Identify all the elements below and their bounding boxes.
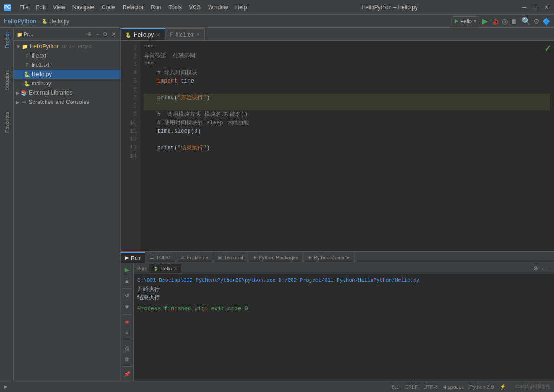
root-folder-icon: 📁 <box>21 43 29 50</box>
run-output-minimize[interactable]: ─ <box>542 264 551 273</box>
menu-file[interactable]: File <box>17 3 31 12</box>
file-txt-label: file.txt <box>32 52 46 59</box>
status-run-icon[interactable]: ▶ <box>4 384 7 390</box>
editor-area: 🐍 Hello.py ✕ F file1.txt ✕ ✓ 1234 5678 9… <box>121 28 554 381</box>
project-tool-close[interactable]: ✕ <box>110 31 117 38</box>
minimize-button[interactable]: ─ <box>521 4 528 11</box>
run-output-line1: 开始执行 <box>137 285 550 294</box>
tab-file1-close[interactable]: ✕ <box>196 32 200 37</box>
main-py-icon: 🐍 <box>23 80 31 87</box>
tree-external-libraries[interactable]: ▶ 📚 External Libraries <box>14 88 120 97</box>
breadcrumb-bar: HelloPython › 🐍 Hello.py ▶ Hello ▾ ▶ 🐞 ◎… <box>0 15 554 28</box>
bottom-tab-terminal[interactable]: ▣ Terminal <box>213 252 248 263</box>
breadcrumb-file[interactable]: Hello.py <box>49 18 69 25</box>
menu-tools[interactable]: Tools <box>166 3 184 12</box>
run-config-tab-close[interactable]: ✕ <box>174 266 177 271</box>
status-encoding[interactable]: UTF-8 <box>424 384 438 390</box>
tab-hello-close[interactable]: ✕ <box>156 32 160 38</box>
file1-txt-label: file1.txt <box>32 62 49 68</box>
search-button[interactable]: 🔍 <box>521 17 531 26</box>
status-csdn-text: CSDN@韩瞳亮 <box>515 383 550 390</box>
run-clear-button[interactable]: 🗑 <box>123 355 132 364</box>
navigation-icons: ▶ Hello ▾ ▶ 🐞 ◎ ⏹ 🔍 ⚙ 🔷 <box>451 16 550 26</box>
terminal-tab-label: Terminal <box>224 255 243 260</box>
pyconsole-tab-label: Python Console <box>313 255 350 260</box>
menu-code[interactable]: Code <box>99 3 118 12</box>
pypackages-tab-icon: ◈ <box>253 255 257 260</box>
sidebar-tab-structure[interactable]: Structure <box>3 67 11 93</box>
bottom-tab-problems[interactable]: ⚠ Problems <box>176 252 213 263</box>
code-line-6 <box>144 85 550 94</box>
status-line-ending[interactable]: CRLF <box>404 384 418 390</box>
run-scroll-up[interactable]: ▲ <box>123 276 132 285</box>
app-icon: PC <box>4 4 11 11</box>
run-stop-button[interactable]: ■ <box>123 317 132 326</box>
menu-vcs[interactable]: VCS <box>186 3 203 12</box>
run-output-settings[interactable]: ⚙ <box>531 264 540 273</box>
project-tool-locate[interactable]: ⊕ <box>86 31 93 38</box>
root-arrow: ▼ <box>16 44 20 49</box>
menu-run[interactable]: Run <box>148 3 164 12</box>
tab-hello-py[interactable]: 🐍 Hello.py ✕ <box>121 28 165 40</box>
sidebar-tab-project[interactable]: Project <box>3 30 11 51</box>
bottom-tab-run[interactable]: ▶ Run <box>121 252 145 263</box>
project-folder-icon: 📁 <box>17 32 22 37</box>
check-mark: ✓ <box>544 44 551 54</box>
code-editor[interactable]: 1234 5678 9101112 1314 """ 异常传递 代码示例 """… <box>121 41 554 251</box>
menu-navigate[interactable]: Navigate <box>70 3 97 12</box>
lens-button[interactable]: 🔷 <box>542 18 550 25</box>
menu-help[interactable]: Help <box>233 3 250 12</box>
status-bar: ▶ 6:1 CRLF UTF-8 4 spaces Python 3.9 ⚡ C… <box>0 381 554 392</box>
tree-file-txt[interactable]: F file.txt <box>14 51 120 60</box>
hello-py-icon: 🐍 <box>23 71 31 78</box>
menu-view[interactable]: View <box>50 3 68 12</box>
run-pin-button[interactable]: 📌 <box>123 370 132 379</box>
bottom-tab-python-packages[interactable]: ◈ Python Packages <box>248 252 304 263</box>
code-content[interactable]: """ 异常传递 代码示例 """ # 导入时间模块 import time p… <box>140 41 554 251</box>
run-filter-button[interactable]: ≡ <box>123 329 132 338</box>
status-position[interactable]: 6:1 <box>392 384 399 390</box>
stop-button[interactable]: ⏹ <box>510 18 517 25</box>
run-config[interactable]: ▶ Hello ▾ <box>451 16 479 26</box>
run-header-left: Run: 🍃 Hello ✕ <box>137 264 181 273</box>
bottom-tab-python-console[interactable]: ◈ Python Console <box>303 252 355 263</box>
run-scroll-down[interactable]: ▼ <box>123 302 132 311</box>
project-tool-settings[interactable]: ⚙ <box>101 31 109 38</box>
window-controls: ─ □ ✕ <box>521 4 550 11</box>
status-indent[interactable]: 4 spaces <box>443 384 464 390</box>
maximize-button[interactable]: □ <box>532 4 539 11</box>
menu-refactor[interactable]: Refactor <box>120 3 146 12</box>
main-py-label: main.py <box>32 80 51 87</box>
tree-file1-txt[interactable]: F file1.txt <box>14 60 120 70</box>
todo-tab-icon: ☰ <box>150 255 154 260</box>
todo-tab-label: TODO <box>156 255 171 260</box>
settings-button[interactable]: ⚙ <box>534 18 540 25</box>
pypackages-tab-label: Python Packages <box>259 255 299 260</box>
project-tool-collapse[interactable]: − <box>94 31 100 38</box>
menu-edit[interactable]: Edit <box>33 3 48 12</box>
run-print-button[interactable]: 🖨 <box>123 344 132 353</box>
coverage-button[interactable]: ◎ <box>502 18 508 25</box>
code-line-10: # 使用时间模块的 sleep 休眠功能 <box>144 119 550 127</box>
run-rerun-button[interactable]: ↺ <box>123 291 132 300</box>
menu-window[interactable]: Window <box>205 3 231 12</box>
bottom-tab-todo[interactable]: ☰ TODO <box>145 252 176 263</box>
tree-hello-py[interactable]: 🐍 Hello.py <box>14 70 120 79</box>
code-line-2: 异常传递 代码示例 <box>144 52 550 60</box>
run-config-tab[interactable]: 🍃 Hello ✕ <box>149 264 181 273</box>
tree-main-py[interactable]: 🐍 main.py <box>14 79 120 88</box>
run-config-dropdown[interactable]: ▾ <box>474 19 476 24</box>
run-output-area: Run: 🍃 Hello ✕ ⚙ ─ <box>134 263 554 381</box>
tab-file1-txt[interactable]: F file1.txt ✕ <box>165 28 205 40</box>
breadcrumb-project[interactable]: HelloPython <box>4 18 36 25</box>
run-play-button[interactable]: ▶ <box>123 265 132 274</box>
code-line-11: time.sleep(3) <box>144 127 550 135</box>
close-button[interactable]: ✕ <box>543 4 550 11</box>
sidebar-tab-favorites[interactable]: Favorites <box>3 109 11 135</box>
status-python-version[interactable]: Python 3.9 <box>469 384 494 390</box>
tab-file1-label: file1.txt <box>176 32 193 38</box>
tree-root[interactable]: ▼ 📁 HelloPython D:\002_Projec... <box>14 42 120 51</box>
debug-button[interactable]: 🐞 <box>491 18 499 25</box>
run-button[interactable]: ▶ <box>482 17 488 26</box>
tree-scratches[interactable]: ▶ ✏ Scratches and Consoles <box>14 97 120 107</box>
